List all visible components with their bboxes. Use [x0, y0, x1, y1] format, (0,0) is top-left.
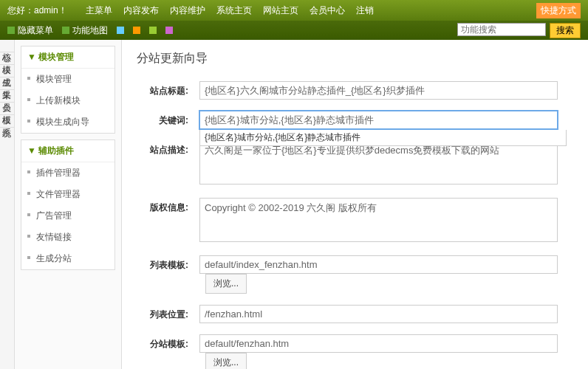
sidebar-item[interactable]: 友情链接 [21, 227, 114, 248]
sidebar-item[interactable]: 广告管理 [21, 205, 114, 227]
page-title: 分站更新向导 [137, 51, 573, 66]
sidebar-item[interactable]: 模块生成向导 [21, 111, 114, 133]
nav-logout[interactable]: 注销 [356, 4, 374, 17]
sitemap-link[interactable]: 功能地图 [62, 24, 108, 37]
nav-system[interactable]: 系统主页 [216, 4, 252, 17]
keywords-input[interactable] [199, 111, 558, 129]
vtab-collect[interactable]: 采集 [0, 77, 14, 90]
search-input[interactable] [457, 23, 546, 36]
sub-tpl-label: 分站模板: [137, 334, 188, 351]
desc-label: 站点描述: [137, 140, 188, 156]
keywords-label: 关键词: [137, 111, 188, 127]
sidebar-item[interactable]: 模块管理 [21, 69, 114, 90]
copyright-label: 版权信息: [137, 198, 188, 214]
keywords-suggest[interactable]: {地区名}城市分站,{地区名}静态城市插件 [199, 130, 567, 146]
toggle-icon[interactable] [133, 27, 140, 34]
sidebar-item[interactable]: 文件管理器 [21, 184, 114, 205]
nav-site[interactable]: 网站主页 [263, 4, 298, 17]
nav-member[interactable]: 会员中心 [310, 4, 345, 17]
toggle-icon[interactable] [165, 27, 173, 34]
greeting: 您好：admin！ [7, 4, 67, 17]
nav-maintain[interactable]: 内容维护 [170, 4, 205, 17]
toolbar: 隐藏菜单 功能地图 搜索 [0, 21, 588, 40]
vertical-tabs: 核心 模块 生成 采集 会员 模板 系统 [0, 40, 15, 369]
sidebar-item[interactable]: 插件管理器 [21, 162, 114, 184]
quick-button[interactable]: 快捷方式 [536, 3, 581, 18]
site-title-input[interactable] [199, 81, 558, 100]
list-pos-input[interactable] [199, 305, 558, 323]
sub-tpl-input[interactable] [199, 334, 558, 353]
vtab-generate[interactable]: 生成 [0, 65, 14, 77]
topbar: 您好：admin！ 主菜单 内容发布 内容维护 系统主页 网站主页 会员中心 注… [0, 0, 588, 21]
browse-button[interactable]: 浏览... [205, 353, 247, 369]
sidebar-item[interactable]: 上传新模块 [21, 90, 114, 111]
site-title-label: 站点标题: [137, 81, 188, 97]
sidebar-group-modules[interactable]: ▼ 模块管理 [21, 46, 114, 69]
list-pos-label: 列表位置: [137, 305, 188, 321]
toggle-icon[interactable] [117, 27, 124, 34]
list-tpl-label: 列表模板: [137, 255, 188, 272]
sidebar-group-plugins[interactable]: ▼ 辅助插件 [21, 140, 114, 162]
nav-main[interactable]: 主菜单 [86, 4, 112, 17]
list-tpl-input[interactable] [199, 255, 558, 274]
desc-textarea[interactable]: 六久阁是一家位于{地区名}专业提供织梦dedecms免费模板下载的网站 [199, 140, 558, 184]
browse-button[interactable]: 浏览... [205, 274, 247, 294]
toggle-icon[interactable] [149, 27, 157, 34]
sidebar: ▼ 模块管理 模块管理 上传新模块 模块生成向导 ▼ 辅助插件 插件管理器 文件… [15, 40, 122, 369]
hide-menu-link[interactable]: 隐藏菜单 [7, 24, 53, 37]
sidebar-item[interactable]: 生成分站 [21, 248, 114, 269]
content: 分站更新向导 站点标题: 关键词: {地区名}城市分站,{地区名}静态城市插件 … [122, 40, 588, 369]
nav-publish[interactable]: 内容发布 [123, 4, 159, 17]
vtab-module[interactable]: 模块 [0, 52, 14, 65]
copyright-textarea[interactable]: Copyright © 2002-2019 六久阁 版权所有 [199, 198, 558, 242]
vtab-member[interactable]: 会员 [0, 90, 14, 103]
vtab-template[interactable]: 模板 [0, 103, 14, 115]
search-button[interactable]: 搜索 [550, 23, 581, 38]
vtab-system[interactable]: 系统 [0, 115, 14, 128]
vtab-core[interactable]: 核心 [0, 40, 14, 52]
